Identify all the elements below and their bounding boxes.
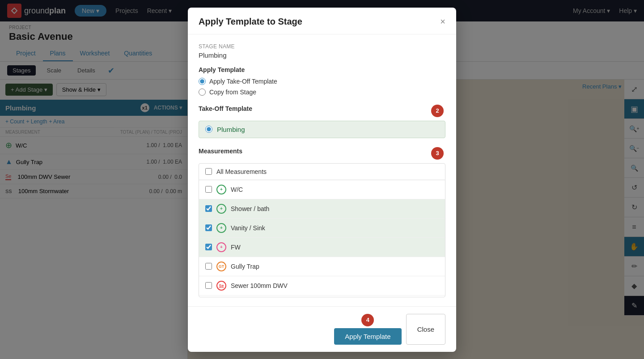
list-item[interactable]: SW Stormwater 100mm DWV (199, 296, 445, 297)
list-item[interactable]: + FW (199, 238, 445, 257)
modal-title: Apply Template to Stage (199, 17, 302, 27)
close-modal-button[interactable]: Close (406, 314, 445, 345)
all-measurements-checkbox[interactable] (205, 168, 212, 175)
template-radio-input[interactable] (205, 126, 212, 133)
gullymap-checkbox[interactable] (205, 263, 212, 270)
radio-copy-stage[interactable]: Copy from Stage (199, 89, 445, 96)
radio-takeoff-label: Apply Take-Off Template (209, 78, 277, 85)
vanity-checkbox[interactable] (205, 224, 212, 231)
wc-meas-label: W/C (231, 186, 243, 193)
stage-name-value: Plumbing (199, 51, 445, 59)
radio-apply-takeoff[interactable]: Apply Take-Off Template (199, 78, 445, 85)
measurements-label: Measurements (199, 148, 242, 155)
fw-meas-icon: + (216, 242, 226, 252)
apply-template-label: Apply Template (199, 66, 445, 73)
sewer-meas-label: Sewer 100mm DWV (231, 282, 288, 289)
modal-body: Stage name Plumbing Apply Template Apply… (188, 34, 456, 306)
list-item[interactable]: + W/C (199, 180, 445, 199)
list-item[interactable]: Se Sewer 100mm DWV (199, 276, 445, 296)
modal-header: Apply Template to Stage × (188, 8, 456, 34)
fw-checkbox[interactable] (205, 244, 212, 250)
vanity-meas-icon: + (216, 223, 226, 233)
wc-checkbox[interactable] (205, 186, 212, 193)
radio-takeoff-input[interactable] (199, 78, 206, 85)
radio-copy-input[interactable] (199, 89, 206, 96)
apply-template-button[interactable]: Apply Template (334, 328, 401, 345)
modal-footer: 4 Apply Template Close (188, 306, 456, 352)
template-name: Plumbing (217, 126, 245, 133)
shower-meas-icon: + (216, 204, 226, 214)
measurements-list: All Measurements + W/C + Shower / bath (199, 163, 445, 297)
apply-template-modal: Apply Template to Stage × Stage name Plu… (188, 8, 456, 352)
vanity-meas-label: Vanity / Sink (231, 224, 265, 232)
step-badge-2: 2 (431, 105, 444, 117)
radio-group: Apply Take-Off Template Copy from Stage (199, 78, 445, 96)
all-measurements-row[interactable]: All Measurements (199, 164, 445, 180)
radio-copy-label: Copy from Stage (209, 89, 256, 96)
fw-meas-label: FW (231, 244, 241, 251)
takeoff-template-label: Take-Off Template (199, 105, 252, 112)
wc-meas-icon: + (216, 185, 226, 194)
stage-name-label: Stage name (199, 43, 445, 50)
gully-meas-icon: GT (216, 262, 226, 271)
step-badge-3: 3 (431, 147, 444, 160)
template-select-row[interactable]: Plumbing (199, 121, 445, 138)
step-badge-4: 4 (361, 314, 374, 326)
modal-close-button[interactable]: × (440, 17, 445, 26)
shower-checkbox[interactable] (205, 205, 212, 212)
shower-meas-label: Shower / bath (231, 205, 269, 212)
all-measurements-label: All Measurements (216, 168, 267, 175)
gully-meas-label: Gully Trap (231, 263, 259, 270)
sewer-checkbox[interactable] (205, 282, 212, 289)
list-item[interactable]: + Vanity / Sink (199, 219, 445, 238)
sewer-meas-icon: Se (216, 281, 226, 291)
list-item[interactable]: + Shower / bath (199, 199, 445, 219)
list-item[interactable]: GT Gully Trap (199, 257, 445, 276)
modal-overlay: Apply Template to Stage × Stage name Plu… (0, 0, 644, 359)
